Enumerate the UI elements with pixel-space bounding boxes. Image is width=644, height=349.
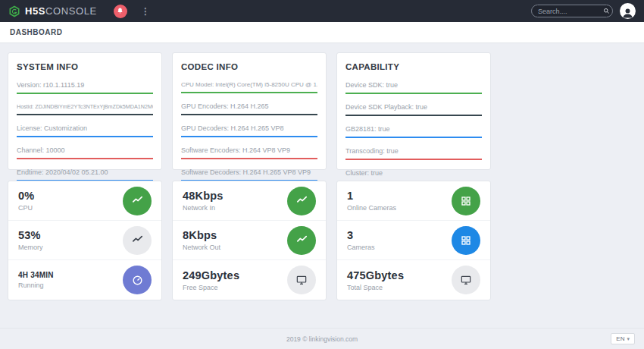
stat-label: Total Space <box>347 284 404 291</box>
stat-value: 4H 34MIN <box>18 271 54 279</box>
kebab-menu-icon[interactable]: ⋮ <box>141 7 150 16</box>
stat-value: 8Kbps <box>183 229 220 241</box>
monitor-icon <box>287 266 316 294</box>
stat-value: 475Gbytes <box>347 269 404 281</box>
search-input[interactable] <box>538 8 603 15</box>
stat-value: 249Gbytes <box>183 269 239 281</box>
stat-online-cameras: 1 Online Cameras <box>337 181 490 221</box>
stat-value: 53% <box>18 229 43 241</box>
stat-label: Free Space <box>183 284 239 291</box>
info-panels-row: SYSTEM INFO Version: r10.1.1115.19 Hosti… <box>8 52 636 170</box>
stat-card-network: 48Kbps Network In 8Kbps Network Out 24 <box>172 181 327 300</box>
stat-card-system: 0% CPU 53% Memory 4H 34MIN R <box>8 181 162 300</box>
stat-cameras: 3 Cameras <box>337 221 490 260</box>
info-item-license: License: Customization <box>17 121 153 137</box>
stat-total-space: 475Gbytes Total Space <box>337 260 490 300</box>
panel-title: CAPABILITY <box>345 62 482 71</box>
monitor-icon <box>452 266 480 294</box>
breadcrumb: DASHBOARD <box>10 28 63 36</box>
search-icon[interactable] <box>603 8 610 14</box>
brand[interactable]: H5SCONSOLE <box>8 5 97 17</box>
grid-icon <box>452 226 480 255</box>
info-item-device-sdk: Device SDK: true <box>345 78 482 94</box>
brand-light: CONSOLE <box>45 5 97 17</box>
panel-system-info: SYSTEM INFO Version: r10.1.1115.19 Hosti… <box>8 52 162 170</box>
info-item-transcoding: Transcoding: true <box>345 144 482 160</box>
stat-label: Network Out <box>183 244 220 251</box>
copyright-text: 2019 © linkingvision.com <box>286 335 358 343</box>
chart-line-icon <box>287 187 316 215</box>
stat-value: 1 <box>347 190 396 202</box>
panel-capability: CAPABILITY Device SDK: true Device SDK P… <box>336 52 491 170</box>
stat-value: 48Kbps <box>183 190 224 202</box>
info-item-sw-encoders: Software Encoders: H.264 VP8 VP9 <box>181 143 317 159</box>
info-item-hostid: Hostid: ZDJiNDBiYmE2YTc3NTExYjBmZDk5MDA1… <box>17 100 153 115</box>
info-item-sdk-playback: Device SDK Playback: true <box>345 100 482 116</box>
info-item-endtime: Endtime: 2020/04/02 05.21.00 <box>17 165 153 181</box>
user-avatar[interactable] <box>620 3 636 19</box>
info-item-channel: Channel: 10000 <box>17 143 153 159</box>
info-item-gpu-encoders: GPU Encoders: H.264 H.265 <box>181 99 317 115</box>
gauge-icon <box>123 266 152 294</box>
footer: 2019 © linkingvision.com <box>0 328 644 349</box>
language-selector[interactable]: EN ▾ <box>611 333 635 344</box>
info-item-version: Version: r10.1.1115.19 <box>17 78 153 94</box>
stat-network-in: 48Kbps Network In <box>173 181 326 221</box>
stat-label: Running <box>18 281 54 289</box>
stat-cpu: 0% CPU <box>8 181 161 221</box>
panel-codec-info: CODEC INFO CPU Model: Intel(R) Core(TM) … <box>172 52 327 170</box>
info-item-sw-decoders: Software Decoders: H.264 H.265 VP8 VP9 <box>181 165 317 181</box>
notifications-button[interactable] <box>114 5 127 18</box>
panel-title: SYSTEM INFO <box>17 62 153 71</box>
stat-card-cameras: 1 Online Cameras 3 Cameras 475Gbytes <box>336 181 491 300</box>
info-item-cpu-model: CPU Model: Intel(R) Core(TM) i5-8250U CP… <box>181 78 317 93</box>
top-header: H5SCONSOLE ⋮ <box>0 0 644 22</box>
panel-title: CODEC INFO <box>181 62 317 71</box>
breadcrumb-bar: DASHBOARD <box>0 22 644 43</box>
stats-row: 0% CPU 53% Memory 4H 34MIN R <box>8 181 636 300</box>
stat-free-space: 249Gbytes Free Space <box>173 260 326 300</box>
chart-line-icon <box>287 226 316 255</box>
brand-text: H5SCONSOLE <box>25 5 97 17</box>
chart-line-icon <box>123 187 152 215</box>
hexagon-logo-icon <box>8 5 20 17</box>
stat-label: Network In <box>183 204 224 212</box>
info-item-gpu-decoders: GPU Decoders: H.264 H.265 VP8 <box>181 121 317 137</box>
stat-value: 0% <box>18 190 34 202</box>
bell-icon <box>116 7 124 15</box>
chart-line-icon <box>123 226 152 255</box>
grid-icon <box>452 187 480 215</box>
stat-memory: 53% Memory <box>8 221 161 260</box>
stat-label: Online Cameras <box>347 204 396 212</box>
stat-network-out: 8Kbps Network Out <box>173 221 326 260</box>
stat-label: CPU <box>18 204 34 212</box>
info-item-cluster: Cluster: true <box>345 166 482 182</box>
stat-running: 4H 34MIN Running <box>8 260 161 300</box>
stat-label: Memory <box>18 244 43 251</box>
chevron-down-icon: ▾ <box>627 336 630 342</box>
stat-label: Cameras <box>347 244 375 251</box>
brand-bold: H5S <box>25 5 45 17</box>
header-right <box>531 3 636 19</box>
stat-value: 3 <box>347 229 375 241</box>
info-item-gb28181: GB28181: true <box>345 122 482 138</box>
search-box[interactable] <box>531 5 613 17</box>
language-label: EN <box>616 335 624 342</box>
main-content: SYSTEM INFO Version: r10.1.1115.19 Hosti… <box>0 43 644 300</box>
